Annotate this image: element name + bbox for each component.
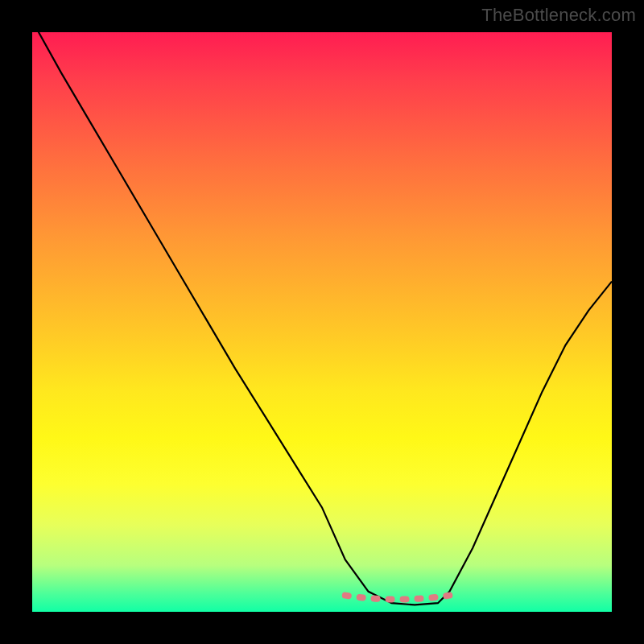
plot-area [32,32,612,612]
optimal-range-marker [345,596,450,600]
curve-layer [32,32,612,612]
chart-frame: TheBottleneck.com [0,0,644,644]
watermark-text: TheBottleneck.com [481,5,636,26]
bottleneck-curve [32,32,612,605]
